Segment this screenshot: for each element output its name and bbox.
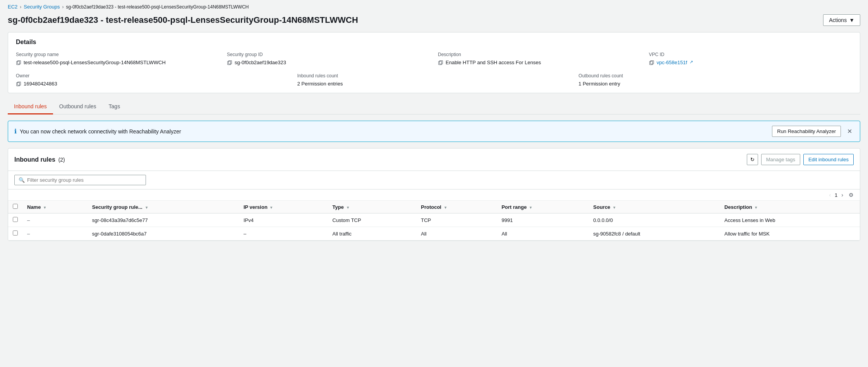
col-source: Source ▾	[588, 201, 720, 213]
pagination: ‹ 1 ›	[827, 191, 846, 199]
owner-field: Owner 169480424863	[16, 73, 290, 87]
tabs: Inbound rules Outbound rules Tags	[8, 99, 860, 114]
tab-tags[interactable]: Tags	[103, 99, 127, 114]
search-input[interactable]	[27, 177, 142, 183]
col-type: Type ▾	[328, 201, 417, 213]
cell-source-1: sg-90582fc8 / default	[588, 227, 720, 241]
refresh-button[interactable]: ↻	[747, 154, 758, 165]
col-description: Description ▾	[720, 201, 860, 213]
info-icon: ℹ	[14, 128, 17, 135]
tabs-section: Inbound rules Outbound rules Tags	[8, 99, 860, 114]
sg-name-label: Security group name	[16, 52, 219, 57]
row-checkbox-0[interactable]	[13, 217, 18, 222]
manage-tags-button[interactable]: Manage tags	[761, 154, 800, 165]
sg-id-label: Security group ID	[227, 52, 430, 57]
source-sort-icon: ▾	[613, 205, 615, 210]
breadcrumb-sep1: ›	[20, 4, 21, 10]
description-value: Enable HTTP and SSH access For Lenses	[446, 60, 541, 65]
cell-description-0: Access Lenses in Web	[720, 213, 860, 227]
next-page-button[interactable]: ›	[839, 191, 846, 199]
search-bar: 🔍	[8, 171, 860, 189]
breadcrumb-sep2: ›	[62, 4, 64, 10]
content-section: ℹ You can now check network connectivity…	[8, 121, 860, 241]
col-ip-version: IP version ▾	[239, 201, 328, 213]
prev-page-button[interactable]: ‹	[827, 191, 833, 199]
details-row2: Owner 169480424863 Inbound rules count 2…	[16, 73, 852, 87]
col-protocol: Protocol ▾	[416, 201, 497, 213]
sg-name-value: test-release500-psql-LensesSecurityGroup…	[24, 60, 166, 65]
inbound-count-field: Inbound rules count 2 Permission entries	[297, 73, 571, 87]
breadcrumb: EC2 › Security Groups › sg-0f0cb2aef19da…	[0, 0, 868, 12]
table-title-wrap: Inbound rules (2)	[14, 156, 65, 163]
search-icon: 🔍	[19, 177, 25, 183]
table-actions: ↻ Manage tags Edit inbound rules	[747, 154, 854, 165]
cell-type-1: All traffic	[328, 227, 417, 241]
port-sort-icon: ▾	[530, 205, 532, 210]
protocol-sort-icon: ▾	[444, 205, 446, 210]
col-sg-rule: Security group rule... ▾	[87, 201, 239, 213]
alert-right: Run Reachability Analyzer ✕	[772, 126, 854, 137]
page-header: sg-0f0cb2aef19dae323 - test-release500-p…	[0, 12, 868, 32]
table-row: – sgr-0dafe3108054bc6a7 – All traffic Al…	[8, 227, 860, 241]
details-heading: Details	[16, 39, 852, 46]
breadcrumb-security-groups[interactable]: Security Groups	[24, 4, 60, 10]
outbound-count-label: Outbound rules count	[578, 73, 852, 79]
cell-sgrule-1: sgr-0dafe3108054bc6a7	[87, 227, 239, 241]
cell-portrange-1: All	[497, 227, 588, 241]
vpc-id-field: VPC ID vpc-658e151f ↗	[649, 52, 852, 65]
run-reachability-button[interactable]: Run Reachability Analyzer	[772, 126, 841, 137]
tab-inbound-rules[interactable]: Inbound rules	[8, 99, 53, 114]
table-card: Inbound rules (2) ↻ Manage tags Edit inb…	[8, 148, 860, 241]
vpc-id-label: VPC ID	[649, 52, 852, 57]
actions-button[interactable]: Actions ▼	[823, 14, 860, 26]
outbound-count-field: Outbound rules count 1 Permission entry	[578, 73, 852, 87]
description-label: Description	[438, 52, 641, 57]
alert-close-button[interactable]: ✕	[846, 127, 854, 136]
description-sort-icon: ▾	[755, 205, 757, 210]
description-field: Description Enable HTTP and SSH access F…	[438, 52, 641, 65]
name-sort-icon: ▾	[44, 205, 46, 210]
sg-name-field: Security group name test-release500-psql…	[16, 52, 219, 65]
actions-label: Actions	[829, 17, 847, 23]
alert-message: You can now check network connectivity w…	[20, 128, 181, 135]
search-input-wrap[interactable]: 🔍	[14, 175, 146, 185]
cell-name-0: –	[22, 213, 87, 227]
cell-sgrule-0: sgr-08c43a39a7d6c5e77	[87, 213, 239, 227]
tab-outbound-rules[interactable]: Outbound rules	[53, 99, 103, 114]
cell-source-0: 0.0.0.0/0	[588, 213, 720, 227]
copy-icon-sgid	[227, 60, 232, 65]
column-settings-icon[interactable]: ⚙	[849, 192, 854, 198]
cell-name-1: –	[22, 227, 87, 241]
edit-inbound-rules-button[interactable]: Edit inbound rules	[803, 154, 854, 165]
alert-banner: ℹ You can now check network connectivity…	[8, 121, 860, 142]
select-all-checkbox[interactable]	[13, 204, 18, 209]
refresh-icon: ↻	[750, 157, 755, 162]
table-count: (2)	[58, 157, 65, 163]
alert-left: ℹ You can now check network connectivity…	[14, 128, 181, 135]
table-header: Inbound rules (2) ↻ Manage tags Edit inb…	[8, 149, 860, 171]
actions-chevron-icon: ▼	[849, 17, 854, 23]
inbound-count-label: Inbound rules count	[297, 73, 571, 79]
breadcrumb-ec2[interactable]: EC2	[8, 4, 17, 10]
sg-id-field: Security group ID sg-0f0cb2aef19dae323	[227, 52, 430, 65]
details-grid: Security group name test-release500-psql…	[16, 52, 852, 65]
ip-version-sort-icon: ▾	[270, 205, 272, 210]
outbound-count-value: 1 Permission entry	[578, 81, 620, 87]
cell-protocol-1: All	[416, 227, 497, 241]
cell-portrange-0: 9991	[497, 213, 588, 227]
table-title: Inbound rules	[14, 156, 55, 163]
breadcrumb-current: sg-0f0cb2aef19dae323 - test-release500-p…	[66, 4, 249, 10]
cell-protocol-0: TCP	[416, 213, 497, 227]
details-card: Details Security group name test-release…	[8, 32, 860, 93]
sg-id-value: sg-0f0cb2aef19dae323	[235, 60, 286, 65]
copy-icon-owner	[16, 81, 21, 87]
table-row: – sgr-08c43a39a7d6c5e77 IPv4 Custom TCP …	[8, 213, 860, 227]
copy-icon-vpc	[649, 60, 654, 65]
type-sort-icon: ▾	[347, 205, 349, 210]
page-title: sg-0f0cb2aef19dae323 - test-release500-p…	[8, 15, 358, 25]
external-link-icon: ↗	[690, 60, 693, 65]
row-checkbox-1[interactable]	[13, 230, 18, 236]
vpc-id-link[interactable]: vpc-658e151f	[657, 60, 687, 65]
cell-ipversion-0: IPv4	[239, 213, 328, 227]
owner-label: Owner	[16, 73, 290, 79]
